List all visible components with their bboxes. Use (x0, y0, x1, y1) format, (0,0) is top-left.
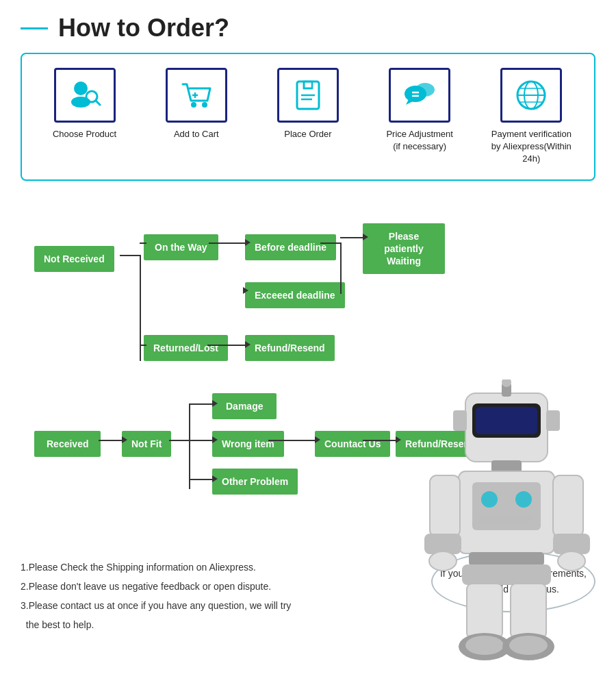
vline-nf (189, 403, 190, 489)
node-other-problem: Other Problem (212, 469, 298, 495)
line-r-nf (99, 440, 123, 441)
line-nr-branch (120, 255, 140, 256)
step-icon-choose-product (54, 68, 116, 123)
node-please-waiting: Please patientlyWaiting (363, 223, 445, 275)
node-on-the-way: On the Way (144, 234, 218, 260)
svg-rect-44 (511, 584, 546, 638)
svg-point-40 (429, 551, 457, 571)
line-to-ontheway (140, 242, 146, 244)
step-price-adjustment: Price Adjustment(if necessary) (372, 68, 467, 153)
line-otw-bd (209, 242, 246, 244)
document-icon (289, 76, 327, 114)
node-wrong-item: Wrong item (212, 431, 284, 457)
node-before-deadline: Before deadline (245, 234, 336, 260)
node-refund-resend-1: Refund/Resend (245, 335, 335, 361)
node-exceed-deadline: Exceeed deadline (245, 282, 345, 308)
robot-svg (411, 379, 602, 674)
svg-rect-28 (546, 410, 560, 431)
chat-icon (400, 76, 439, 114)
arrow-otw-bd (245, 239, 251, 246)
svg-point-32 (481, 491, 498, 508)
step-icon-payment-verification (500, 68, 562, 123)
arrow-wi-cu (315, 436, 320, 443)
node-returned-lost: Returned/Lost (144, 335, 228, 361)
line-to-waiting (340, 237, 364, 238)
flowchart-section: Not Received On the Way Before deadline … (0, 188, 616, 544)
line-bd-branch (320, 242, 341, 244)
title-text: How to Order? (58, 14, 229, 42)
arrow-r-nf (122, 436, 127, 443)
svg-rect-35 (430, 475, 460, 537)
step-place-order: Place Order (260, 68, 356, 140)
arrow-cu-rr (396, 436, 401, 443)
how-to-order-section: How to Order? Choose Product (0, 0, 616, 188)
node-not-fit: Not Fit (122, 431, 171, 457)
svg-rect-41 (469, 552, 544, 566)
svg-point-39 (558, 551, 585, 571)
step-label-add-to-cart: Add to Cart (174, 128, 219, 140)
globe-icon (512, 76, 550, 114)
step-icon-price-adjustment (389, 68, 450, 123)
node-damage: Damage (212, 393, 277, 419)
bottom-line-1: 1.Please Check the Shipping information … (21, 558, 411, 577)
line-rl-rr (207, 345, 246, 346)
line-to-damage (189, 403, 214, 405)
bottom-text: 1.Please Check the Shipping information … (21, 558, 411, 634)
step-label-price-adjustment: Price Adjustment(if necessary) (386, 128, 453, 153)
svg-point-0 (74, 82, 88, 95)
arrow-rl-rr (245, 341, 251, 348)
svg-point-48 (509, 636, 548, 655)
step-label-payment-verification: Payment verificationby Aliexpress(Within… (483, 128, 579, 166)
node-not-received: Not Received (34, 246, 114, 272)
svg-rect-37 (553, 475, 583, 537)
svg-rect-34 (479, 516, 534, 523)
order-steps-box: Choose Product Add to Cart (21, 53, 595, 181)
step-label-choose-product: Choose Product (53, 128, 116, 140)
line-cu-rr (363, 440, 397, 441)
arrow-to-damage (212, 400, 218, 407)
line-wi-cu (268, 440, 316, 441)
arrow-to-waiting (363, 234, 368, 240)
svg-rect-27 (453, 410, 467, 431)
svg-rect-24 (476, 407, 537, 434)
bottom-line-3: 3.Please contact us at once if you have … (21, 596, 411, 634)
step-choose-product: Choose Product (37, 68, 133, 140)
line-to-otherproblem (189, 479, 214, 480)
svg-point-46 (465, 636, 504, 655)
step-icon-add-to-cart (166, 68, 227, 123)
vline-bd (340, 242, 342, 294)
svg-point-4 (191, 102, 196, 108)
step-payment-verification: Payment verificationby Aliexpress(Within… (483, 68, 579, 166)
arrow-to-otherproblem (212, 475, 218, 482)
bottom-line-2: 2.Please don't leave us negative feedbac… (21, 577, 411, 596)
step-icon-place-order (277, 68, 339, 123)
line-to-returnedlost (140, 345, 146, 346)
arrow-to-wrongitem (212, 436, 218, 443)
cart-icon (177, 76, 216, 114)
node-contact-us: Countact Us (315, 431, 390, 457)
arrow-to-exceed (243, 287, 248, 294)
node-received: Received (34, 431, 101, 457)
section-title: How to Order? (21, 14, 595, 42)
person-search-icon (66, 76, 104, 114)
step-add-to-cart: Add to Cart (149, 68, 244, 140)
robot-illustration (411, 379, 602, 674)
svg-point-14 (415, 83, 435, 97)
line-to-wrongitem (189, 440, 214, 441)
svg-rect-42 (462, 564, 551, 585)
svg-rect-43 (467, 584, 502, 638)
svg-point-33 (515, 491, 532, 508)
step-label-place-order: Place Order (284, 128, 331, 140)
line-nf-branch (169, 440, 190, 441)
svg-line-3 (96, 101, 100, 105)
svg-point-5 (202, 102, 207, 108)
